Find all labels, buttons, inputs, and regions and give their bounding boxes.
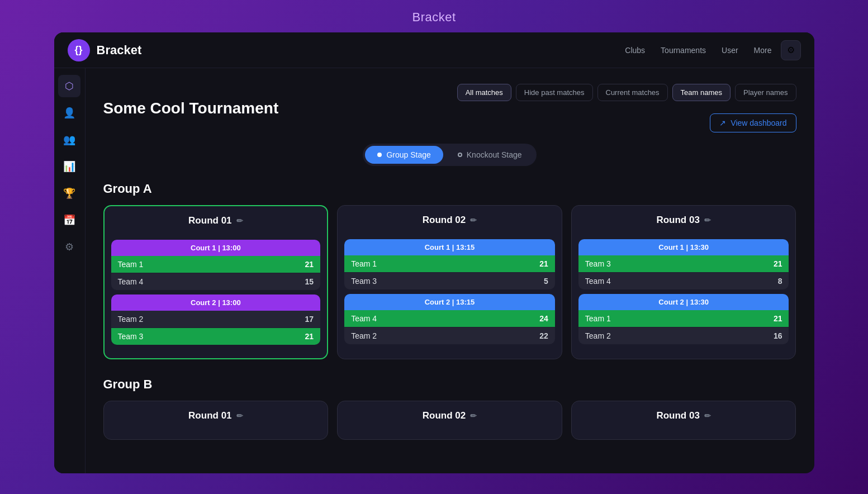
nav-app-title: Bracket [97, 43, 142, 58]
group-b-title: Group B [103, 377, 796, 392]
court-2-header: Court 2 | 13:00 [111, 294, 321, 311]
team-score: 15 [305, 277, 314, 286]
group-a-round-03: Round 03 ✏ Court 1 | 13:30 Team 3 21 Tea [571, 205, 796, 359]
view-dashboard-button[interactable]: ↗ View dashboard [710, 113, 796, 132]
group-b-round-03-edit-icon[interactable]: ✏ [704, 411, 711, 420]
team-name: Team 4 [351, 314, 377, 323]
sidebar-item-stats[interactable]: 📊 [58, 155, 80, 178]
filter-player-names[interactable]: Player names [735, 84, 796, 101]
group-b-rounds: Round 01 ✏ Round 02 ✏ Round 03 ✏ [103, 401, 796, 440]
court-1-header: Court 1 | 13:15 [344, 239, 555, 255]
team-score: 16 [774, 331, 782, 340]
team-name: Team 2 [351, 331, 377, 340]
group-stage-label: Group Stage [386, 150, 430, 159]
team-name: Team 3 [351, 277, 377, 286]
round-01-header: Round 01 ✏ [105, 206, 328, 235]
tab-knockout-stage[interactable]: Knockout Stage [445, 146, 534, 164]
group-stage-dot [377, 153, 382, 157]
filter-current[interactable]: Current matches [597, 84, 668, 101]
sidebar-item-user[interactable]: 👤 [58, 102, 80, 124]
stage-tabs: Group Stage Knockout Stage [363, 144, 536, 166]
group-b-round-01: Round 01 ✏ [103, 401, 329, 440]
page-title: Bracket [0, 0, 868, 32]
group-a-r03-court1: Court 1 | 13:30 Team 3 21 Team 4 8 [578, 239, 789, 289]
group-b-round-02: Round 02 ✏ [337, 401, 562, 440]
filter-hide-past[interactable]: Hide past matches [516, 84, 593, 101]
nav-link-user[interactable]: User [722, 46, 738, 55]
nav-link-more[interactable]: More [754, 46, 772, 55]
match-row: Team 2 16 [578, 327, 789, 344]
match-row: Team 3 5 [344, 273, 555, 289]
team-score: 22 [539, 331, 548, 340]
match-row: Team 4 15 [111, 273, 321, 290]
filter-controls: All matches Hide past matches Current ma… [457, 84, 796, 132]
nav-link-tournaments[interactable]: Tournaments [661, 46, 706, 55]
nav-links: Clubs Tournaments User More [625, 46, 771, 55]
nav-logo: {} Bracket [68, 39, 142, 61]
match-row: Team 3 21 [111, 328, 321, 345]
group-a-r01-court1: Court 1 | 13:00 Team 1 21 Team 4 15 [111, 240, 321, 290]
group-a-r03-court2: Court 2 | 13:30 Team 1 21 Team 2 16 [578, 294, 789, 344]
round-01-label: Round 01 [188, 215, 231, 226]
court-1-header: Court 1 | 13:00 [111, 240, 321, 256]
nav-link-clubs[interactable]: Clubs [625, 46, 645, 55]
tab-group-stage[interactable]: Group Stage [365, 146, 443, 164]
group-a-title: Group A [103, 182, 796, 196]
match-row: Team 3 21 [578, 255, 789, 273]
group-a-r02-court2: Court 2 | 13:15 Team 4 24 Team 2 22 [344, 294, 555, 344]
tournament-title: Some Cool Tournament [103, 99, 279, 117]
match-row: Team 1 21 [344, 255, 555, 273]
round-02-header: Round 02 ✏ [338, 206, 562, 235]
round-03-edit-icon[interactable]: ✏ [704, 216, 711, 225]
match-row: Team 2 17 [111, 311, 321, 328]
round-03-header: Round 03 ✏ [572, 206, 796, 235]
group-b-round-01-edit-icon[interactable]: ✏ [236, 411, 243, 420]
round-02-edit-icon[interactable]: ✏ [470, 216, 477, 225]
court-2-header: Court 2 | 13:15 [344, 294, 555, 310]
sidebar-item-trophy[interactable]: 🏆 [58, 182, 80, 205]
match-row: Team 1 21 [111, 256, 321, 273]
main-content: Some Cool Tournament All matches Hide pa… [86, 68, 814, 473]
team-score: 24 [539, 314, 548, 323]
match-row: Team 4 8 [578, 273, 789, 289]
team-score: 21 [774, 314, 782, 323]
sidebar-item-settings[interactable]: ⚙ [58, 236, 80, 258]
team-name: Team 1 [118, 260, 144, 269]
team-name: Team 2 [118, 315, 144, 324]
team-score: 21 [774, 259, 782, 268]
group-b-round-02-edit-icon[interactable]: ✏ [470, 411, 477, 420]
external-link-icon: ↗ [719, 118, 726, 127]
group-b-round-03: Round 03 ✏ [571, 401, 796, 440]
team-name: Team 4 [118, 277, 144, 286]
group-a-section: Group A Round 01 ✏ Court 1 | 13:00 Team … [103, 182, 796, 359]
knockout-stage-label: Knockout Stage [467, 150, 522, 159]
court-2-header: Court 2 | 13:30 [578, 294, 789, 310]
group-b-section: Group B Round 01 ✏ Round 02 ✏ [103, 377, 796, 440]
group-b-round-01-header: Round 01 ✏ [104, 401, 328, 430]
court-1-header: Court 1 | 13:30 [578, 239, 789, 255]
sidebar-item-bracket[interactable]: ⬡ [58, 75, 80, 97]
group-a-round-02: Round 02 ✏ Court 1 | 13:15 Team 1 21 Tea [337, 205, 562, 359]
team-score: 17 [305, 315, 314, 324]
sidebar-item-teams[interactable]: 👥 [58, 129, 80, 151]
match-row: Team 1 21 [578, 310, 789, 327]
filter-team-names[interactable]: Team names [672, 84, 731, 101]
team-score: 5 [544, 277, 548, 286]
settings-button[interactable]: ⚙ [781, 40, 801, 60]
sidebar-item-calendar[interactable]: 📅 [58, 209, 80, 231]
round-01-edit-icon[interactable]: ✏ [236, 216, 243, 225]
app-window: {} Bracket Clubs Tournaments User More ⚙… [54, 32, 814, 473]
team-score: 21 [539, 259, 548, 268]
group-b-round-02-header: Round 02 ✏ [338, 401, 562, 430]
group-b-round-02-label: Round 02 [423, 410, 466, 421]
group-b-round-03-header: Round 03 ✏ [572, 401, 796, 430]
view-dashboard-label: View dashboard [731, 118, 786, 127]
team-name: Team 2 [585, 331, 611, 340]
nav-bar: {} Bracket Clubs Tournaments User More ⚙ [54, 32, 814, 68]
filter-all-matches[interactable]: All matches [457, 84, 511, 101]
group-a-r01-court2: Court 2 | 13:00 Team 2 17 Team 3 21 [111, 294, 321, 345]
team-name: Team 1 [585, 314, 611, 323]
team-name: Team 4 [585, 277, 611, 286]
team-name: Team 3 [585, 259, 611, 268]
round-02-label: Round 02 [423, 215, 466, 226]
